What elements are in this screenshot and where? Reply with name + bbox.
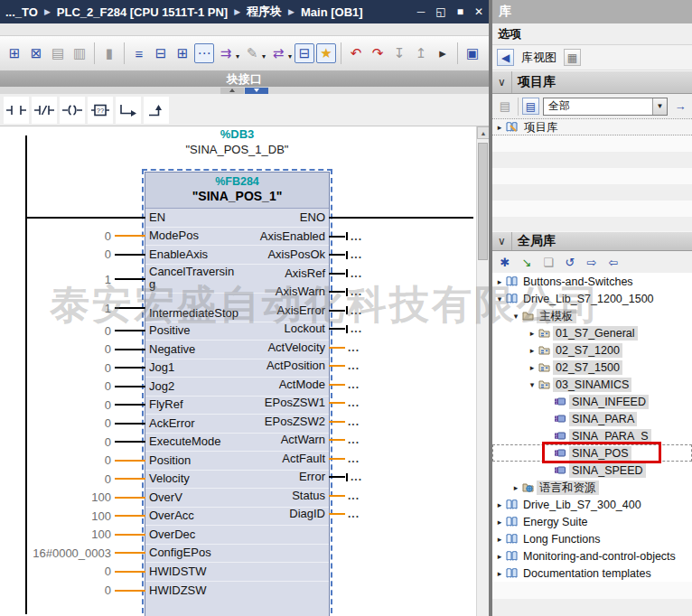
tree-item-Drive_Lib_S7_300_400[interactable]: ▸Drive_Lib_S7_300_400 [492,496,692,513]
operand-value[interactable]: 1 [105,273,111,286]
expand-icon[interactable]: ▸ [528,346,537,355]
unassigned-operand[interactable]: ... [351,285,362,298]
download-block-icon[interactable]: ↧ [389,43,409,63]
unassigned-operand[interactable]: ... [348,415,360,428]
free-form-comments-icon[interactable]: ✎ [242,43,262,63]
network-overview-icon[interactable]: ≡ [129,43,149,63]
nc-contact-icon[interactable] [32,97,57,124]
operand-value[interactable]: 0 [105,398,111,412]
split-editor-icon[interactable]: ▣ [463,43,482,63]
unassigned-operand[interactable]: ... [348,453,360,465]
tree-item-SINA_INFEED[interactable]: SINA_INFEED [492,393,692,410]
import-library-icon[interactable]: ⇦ [604,253,622,271]
operand-value[interactable]: 0 [105,361,111,375]
delete-network-icon[interactable]: ⊠ [26,43,46,63]
tree-item-02_S7_1200[interactable]: ▸02_S7_1200 [492,341,692,359]
tree-item-Drive_Lib_S7_1200_1500[interactable]: ▾Drive_Lib_S7_1200_1500 [492,290,692,307]
editor-vertical-scrollbar[interactable]: ▲ [476,126,489,616]
expand-icon[interactable]: ▸ [495,518,504,527]
breadcrumb-segment[interactable]: Main [OB1] [301,5,363,19]
operand-value[interactable]: 0 [105,583,111,597]
insert-row-icon[interactable]: ▤ [48,43,68,63]
float-button[interactable]: ◱ [435,5,445,18]
operand-value[interactable]: 100 [91,490,111,504]
tree-item-SINA_POS[interactable]: SINA_POS [492,444,692,462]
scrollbar-thumb[interactable] [478,143,488,260]
chevron-down-icon[interactable]: ▼ [652,98,667,115]
operand-value[interactable]: 0 [105,435,111,449]
new-global-library-icon[interactable]: ✱ [496,253,514,271]
global-libraries-header[interactable]: ∨ 全局库 [492,231,692,251]
unassigned-operand[interactable]: ... [348,378,360,391]
library-view-label[interactable]: 库视图 [521,50,556,66]
tree-item-Long Functions[interactable]: ▸Long Functions [492,530,692,547]
interface-splitter[interactable] [0,87,489,94]
unassigned-operand[interactable]: ... [348,490,360,502]
library-overview-icon[interactable]: ▦ [564,49,581,66]
operand-value[interactable]: 0 [105,324,111,338]
free-form-comments-icon-dropdown[interactable]: ▾ [262,52,266,61]
unassigned-operand[interactable]: ... [351,230,362,243]
close-all-networks-icon[interactable]: ⊟ [151,43,171,63]
keep-actual-values-icon[interactable]: ▮ [99,43,119,63]
favorites-toggle-icon[interactable]: ★ [316,43,336,63]
expand-icon[interactable]: ▸ [511,483,520,492]
display-format-icon[interactable]: ⊟ [295,43,314,63]
empty-box-icon[interactable]: ?? [88,97,113,124]
close-button[interactable]: ✕ [474,5,483,18]
tree-item-语言和资源[interactable]: ▸语言和资源 [492,479,692,496]
go-online-cancel-icon[interactable]: ↶ [346,43,366,63]
db-number[interactable]: %DB3 [145,127,330,141]
expand-icon[interactable]: ▸ [528,363,537,372]
open-all-networks-icon[interactable]: ⊞ [173,43,192,63]
tree-item-SINA_SPEED[interactable]: SINA_SPEED [492,462,692,479]
unassigned-operand[interactable]: ... [348,508,360,520]
unassigned-operand[interactable]: ... [351,267,362,280]
breadcrumb-segment[interactable]: ..._TO [5,5,38,19]
absolute-operands-icon-dropdown[interactable]: ▾ [236,52,239,61]
expand-icon[interactable]: ▸ [495,569,504,578]
expand-icon[interactable]: ▸ [528,329,537,338]
unassigned-operand[interactable]: ... [348,397,360,409]
expand-icon[interactable]: ▸ [495,500,504,509]
operand-value[interactable]: 0 [105,247,111,261]
tree-item-project-library[interactable]: ▸ 项目库 [492,118,692,135]
operand-value[interactable]: 0 [105,472,111,486]
open-global-library-icon[interactable]: ↘ [518,253,536,271]
unassigned-operand[interactable]: ... [351,471,362,483]
block-interface-bar[interactable]: 块接口 [0,71,489,87]
expand-icon[interactable]: ▸ [495,552,504,561]
tree-item-Energy Suite[interactable]: ▸Energy Suite [492,513,692,530]
unassigned-operand[interactable]: ... [348,359,360,372]
open-branch-icon[interactable] [116,97,141,124]
delete-row-icon[interactable]: ▥ [70,43,89,63]
db-name[interactable]: "SINA_POS_1_DB" [145,143,330,156]
scroll-up-icon[interactable]: ▲ [477,126,490,139]
tree-item-SINA_PARA[interactable]: SINA_PARA [492,410,692,427]
collapse-global-libraries-icon[interactable]: ∨ [492,232,512,250]
minimize-button[interactable]: ─ [417,5,425,18]
operand-value[interactable]: 100 [91,509,111,523]
master-copies-filter-icon[interactable]: ▤ [496,98,514,116]
expand-icon[interactable]: ▸ [495,123,504,132]
breadcrumb-segment[interactable]: PLC_2_F284 [CPU 1511T-1 PN] [57,5,228,19]
operand-value[interactable]: 0 [105,453,111,467]
tree-item-Monitoring-and-control-objects[interactable]: ▸Monitoring-and-control-objects [492,547,692,565]
coil-icon[interactable] [60,97,85,124]
collapse-icon[interactable]: ▾ [495,294,504,303]
operand-value[interactable]: 0 [105,379,111,393]
ladder-editor-canvas[interactable]: %DB3 "SINA_POS_1_DB" %FB284 "SINA_POS_1"… [0,126,489,616]
sina-pos-function-block[interactable]: %FB284 "SINA_POS_1" EN0ModePos0EnableAxi… [145,172,330,616]
unassigned-operand[interactable]: ... [351,248,362,261]
export-library-icon[interactable]: ⇨ [583,253,601,271]
operand-value[interactable]: 16#0000_0003 [33,546,111,560]
operand-value[interactable]: 100 [91,527,111,541]
update-block-calls-icon-dropdown[interactable]: ▾ [288,52,292,61]
unassigned-operand[interactable]: ... [348,434,360,446]
tree-item-02_S7_1500[interactable]: ▸02_S7_1500 [492,359,692,376]
expand-icon[interactable]: ▸ [495,535,504,544]
absolute-operands-icon[interactable]: ⇉ [216,43,236,63]
operand-value[interactable]: 0 [105,342,111,356]
tree-item-Buttons-and-Switches[interactable]: ▸Buttons-and-Switches [492,273,692,290]
tree-item-03_SINAMICS[interactable]: ▾03_SINAMICS [492,376,692,393]
